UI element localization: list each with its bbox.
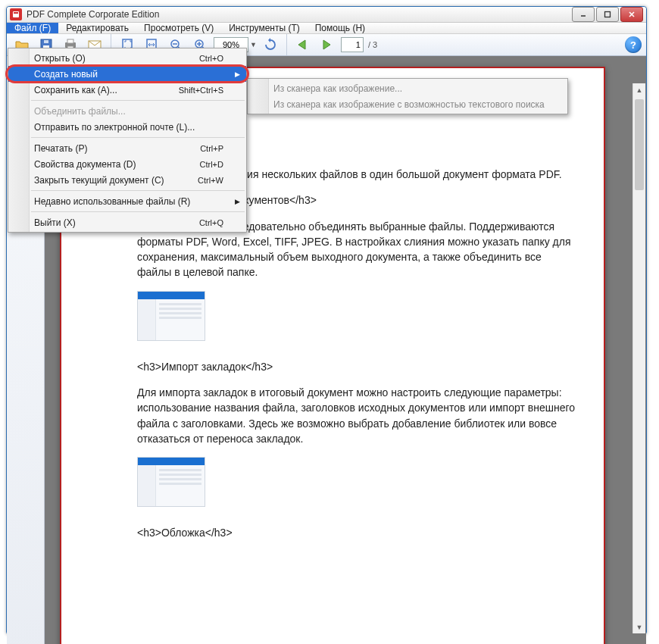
menu-item-label: Отправить по электронной почте (L)... (34, 122, 195, 133)
menubar: Файл (F) Редактировать Просмотреть (V) И… (7, 23, 646, 34)
submenu-item-scanner-searchable[interactable]: Из сканера как изображение с возможность… (248, 96, 567, 112)
menu-file[interactable]: Файл (F) (7, 23, 58, 33)
submenu-arrow-icon: ▶ (235, 70, 240, 78)
app-icon (10, 8, 22, 20)
menu-view[interactable]: Просмотреть (V) (136, 23, 221, 33)
scroll-down-icon[interactable]: ▼ (633, 621, 645, 633)
file-menu-item[interactable]: Печатать (P)Ctrl+P (8, 140, 246, 156)
vertical-scrollbar[interactable]: ▲ ▼ (632, 83, 645, 633)
svg-rect-8 (44, 40, 48, 43)
menu-shortcut: Ctrl+P (200, 144, 223, 153)
page-number-input[interactable] (341, 37, 364, 52)
svg-rect-1 (14, 12, 18, 14)
file-menu-item: Объединить файлы... (8, 103, 246, 119)
page-total-label: / 3 (368, 40, 377, 49)
menu-separator (31, 211, 245, 212)
menu-separator (31, 100, 245, 101)
window-controls (572, 7, 643, 22)
file-menu-item[interactable]: Закрыть текущий документ (C)Ctrl+W (8, 172, 246, 188)
file-menu-item[interactable]: Сохранить как (A)...Shift+Ctrl+S (8, 82, 246, 98)
menu-item-label: Закрыть текущий документ (C) (34, 175, 164, 186)
create-new-submenu: Из сканера как изображение... Из сканера… (247, 78, 568, 114)
screenshot-thumb (137, 457, 205, 507)
app-window: PDF Complete Corporate Edition Файл (F) … (6, 6, 647, 635)
chevron-down-icon[interactable]: ▼ (250, 41, 257, 48)
scroll-thumb[interactable] (635, 99, 644, 190)
scroll-up-icon[interactable]: ▲ (633, 83, 645, 96)
next-page-icon[interactable] (317, 34, 338, 55)
doc-heading: <h3>Обложка</h3> (137, 525, 576, 540)
close-button[interactable] (620, 7, 643, 22)
svg-rect-3 (605, 12, 611, 17)
file-menu-item[interactable]: Открыть (O)Ctrl+O (8, 50, 246, 66)
menu-item-label: Создать новый (34, 69, 98, 80)
file-menu-item[interactable]: Отправить по электронной почте (L)... (8, 119, 246, 135)
titlebar: PDF Complete Corporate Edition (7, 7, 646, 23)
prev-page-icon[interactable] (292, 34, 314, 55)
minimize-button[interactable] (572, 7, 595, 22)
submenu-arrow-icon: ▶ (235, 198, 240, 205)
menu-separator (31, 190, 245, 191)
menu-item-label: Открыть (O) (34, 53, 86, 64)
screenshot-thumb (137, 291, 205, 341)
menu-shortcut: Shift+Ctrl+S (179, 86, 223, 95)
menu-shortcut: Ctrl+W (198, 176, 223, 185)
file-menu-item[interactable]: Свойства документа (D)Ctrl+D (8, 156, 246, 172)
menu-separator (31, 137, 245, 138)
rotate-icon[interactable] (260, 34, 281, 55)
menu-shortcut: Ctrl+Q (199, 218, 223, 227)
toolbar-sep (286, 34, 287, 55)
menu-item-label: Выйти (X) (34, 217, 76, 228)
maximize-button[interactable] (596, 7, 619, 22)
menu-shortcut: Ctrl+D (200, 160, 223, 169)
file-menu-item[interactable]: Создать новый▶ (8, 66, 246, 82)
menu-item-label: Объединить файлы... (34, 106, 126, 117)
scroll-track[interactable] (633, 96, 645, 621)
menu-item-label: Свойства документа (D) (34, 159, 136, 170)
window-title: PDF Complete Corporate Edition (27, 9, 572, 20)
doc-heading: <h3>Импорт закладок</h3> (137, 359, 576, 374)
menu-edit[interactable]: Редактировать (58, 23, 136, 33)
help-icon[interactable]: ? (625, 36, 642, 53)
menu-item-label: Недавно использованные файлы (R) (34, 196, 190, 207)
menu-shortcut: Ctrl+O (199, 54, 223, 63)
file-dropdown: Открыть (O)Ctrl+OСоздать новый▶Сохранить… (8, 48, 247, 233)
submenu-item-scanner-image[interactable]: Из сканера как изображение... (248, 80, 567, 96)
svg-rect-10 (67, 39, 73, 43)
file-menu-item[interactable]: Выйти (X)Ctrl+Q (8, 214, 246, 230)
doc-text: Для импорта закладок в итоговый документ… (137, 385, 576, 446)
menu-item-label: Печатать (P) (34, 143, 87, 154)
menu-help[interactable]: Помощь (H) (308, 23, 373, 33)
menu-item-label: Сохранить как (A)... (34, 85, 117, 95)
file-menu-item[interactable]: Недавно использованные файлы (R)▶ (8, 193, 246, 209)
menu-tools[interactable]: Инструменты (T) (221, 23, 307, 33)
